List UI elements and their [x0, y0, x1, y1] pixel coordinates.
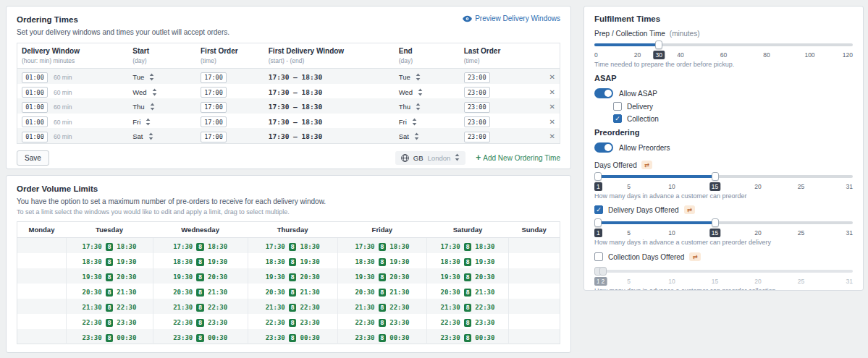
volume-slot-cell[interactable]: 20:30821:30 — [337, 284, 427, 299]
slot-limit-badge: 8 — [196, 304, 204, 312]
delivery-days-slider[interactable]: 151015202531 — [594, 218, 853, 238]
ordering-save-button[interactable]: Save — [17, 150, 49, 166]
checkbox-icon[interactable]: ✓ — [613, 114, 622, 123]
volume-slot-cell[interactable]: 21:30822:30 — [337, 299, 427, 314]
delivery-days-offered-checkbox[interactable]: ✓ Delivery Days Offered ⇄ — [594, 205, 853, 214]
duration-input[interactable] — [22, 87, 48, 98]
volume-slot-cell[interactable]: 22:30823:30 — [248, 314, 337, 329]
volume-slot-cell[interactable]: 18:30819:30 — [248, 253, 337, 268]
volume-slot-cell[interactable]: 21:30822:30 — [153, 299, 248, 314]
duration-input[interactable] — [22, 132, 48, 142]
slot-limit-badge: 8 — [464, 258, 472, 266]
slider-handle[interactable] — [594, 172, 602, 181]
slider-track[interactable] — [594, 172, 853, 181]
slider-handle[interactable] — [655, 41, 662, 49]
volume-slot-cell[interactable]: 19:30820:30 — [153, 268, 248, 284]
volume-slot-cell[interactable]: 20:30821:30 — [153, 284, 248, 299]
ordering-row: 60 minSat 17:30 – 18:30Sat ✕ — [17, 128, 560, 143]
start-day-select[interactable]: Tue — [132, 73, 154, 81]
checkbox-icon[interactable]: ✓ — [594, 205, 603, 214]
volume-slot-cell[interactable]: 22:30823:30 — [66, 314, 153, 329]
volume-slot-cell[interactable]: 17:30818:30 — [427, 238, 509, 253]
volume-slot-cell[interactable]: 22:30823:30 — [337, 314, 427, 329]
start-day-select[interactable]: Thu — [132, 103, 154, 111]
first-order-input[interactable] — [201, 102, 227, 113]
slider-handle[interactable] — [712, 218, 719, 227]
days-offered-slider[interactable]: 151015202531 — [594, 172, 853, 192]
volume-slot-cell[interactable]: 17:30818:30 — [153, 238, 248, 253]
last-order-input[interactable] — [464, 132, 490, 142]
volume-slot-cell[interactable]: 18:30819:30 — [66, 253, 153, 268]
remove-row-button[interactable]: ✕ — [549, 89, 555, 96]
asap-collection-checkbox[interactable]: ✓ Collection — [613, 114, 853, 123]
fulfilment-times-panel: Fulfilment Times Prep / Collection Time … — [583, 6, 864, 291]
ordering-row: 60 minWed 17:30 – 18:30Wed ✕ — [17, 84, 560, 99]
first-order-input[interactable] — [201, 132, 227, 142]
volume-slot-cell[interactable]: 17:30818:30 — [66, 238, 153, 253]
volume-slot-cell[interactable]: 17:30818:30 — [248, 238, 337, 253]
volume-slot-cell[interactable]: 22:30823:30 — [153, 314, 248, 329]
preview-delivery-windows-link[interactable]: Preview Delivery Windows — [463, 14, 560, 22]
duration-input[interactable] — [22, 72, 48, 83]
slider-handle[interactable] — [712, 172, 719, 181]
volume-slot-cell[interactable]: 23:30800:30 — [248, 329, 337, 344]
volume-slot-cell[interactable]: 23:30800:30 — [66, 329, 153, 344]
duration-input[interactable] — [22, 102, 48, 113]
volume-slot-cell[interactable]: 18:30819:30 — [153, 253, 248, 268]
volume-slot-cell[interactable]: 22:30823:30 — [427, 314, 509, 329]
volume-slot-cell[interactable]: 19:30820:30 — [66, 268, 153, 284]
volume-slot-cell[interactable]: 20:30821:30 — [66, 284, 153, 299]
end-day-select[interactable]: Wed — [399, 88, 423, 96]
volume-slot-cell[interactable]: 19:30820:30 — [248, 268, 337, 284]
asap-delivery-checkbox[interactable]: Delivery — [613, 102, 853, 111]
start-day-select[interactable]: Wed — [132, 88, 156, 96]
collection-days-offered-checkbox[interactable]: Collection Days Offered ⇄ — [594, 252, 853, 261]
remove-row-button[interactable]: ✕ — [549, 74, 555, 81]
remove-row-button[interactable]: ✕ — [549, 119, 555, 126]
slider-handle[interactable] — [594, 218, 602, 227]
first-order-input[interactable] — [201, 116, 227, 127]
volume-slot-cell[interactable]: 21:30822:30 — [248, 299, 337, 314]
slider-track[interactable] — [594, 41, 853, 49]
end-day-select[interactable]: Thu — [399, 103, 421, 111]
volume-slot-cell[interactable]: 21:30822:30 — [427, 299, 509, 314]
volume-slot-cell[interactable]: 17:30818:30 — [337, 238, 427, 253]
checkbox-icon[interactable] — [594, 252, 603, 261]
last-order-input[interactable] — [464, 72, 490, 83]
volume-slot-cell[interactable]: 23:30800:30 — [337, 329, 427, 344]
slider-track[interactable] — [594, 218, 853, 227]
last-order-input[interactable] — [464, 87, 490, 98]
end-day-select[interactable]: Fri — [399, 118, 417, 126]
volume-slot-cell[interactable]: 19:30820:30 — [337, 268, 427, 284]
prep-time-slider[interactable]: 02030406080100120 — [594, 41, 853, 60]
volume-slot-cell[interactable]: 20:30821:30 — [427, 284, 509, 299]
start-day-select[interactable]: Fri — [132, 118, 151, 126]
last-order-input[interactable] — [464, 102, 490, 113]
volume-slot-cell[interactable]: 21:30822:30 — [66, 299, 153, 314]
slot-end-time: 23:30 — [208, 319, 227, 326]
toggle-switch-icon[interactable] — [594, 142, 613, 153]
volume-slot-cell[interactable]: 23:30800:30 — [427, 329, 509, 344]
last-order-input[interactable] — [464, 116, 490, 127]
volume-slot-cell[interactable]: 18:30819:30 — [427, 253, 509, 268]
end-day-select[interactable]: Sat — [399, 132, 419, 140]
checkbox-icon[interactable] — [613, 102, 622, 111]
first-order-input[interactable] — [201, 87, 227, 98]
remove-row-button[interactable]: ✕ — [549, 103, 555, 111]
first-order-input[interactable] — [201, 72, 227, 83]
end-day-select[interactable]: Tue — [399, 73, 421, 81]
volume-slot-cell[interactable]: 19:30820:30 — [427, 268, 509, 284]
volume-slot-cell[interactable]: 23:30800:30 — [153, 329, 248, 344]
duration-input[interactable] — [22, 116, 48, 127]
ordering-times-panel: Ordering Times Preview Delivery Windows … — [6, 6, 571, 169]
volume-slot-cell[interactable]: 18:30819:30 — [337, 253, 427, 268]
allow-preorders-toggle[interactable]: Allow Preorders — [594, 142, 853, 153]
volume-slot-cell[interactable]: 20:30821:30 — [248, 284, 337, 299]
add-ordering-time-link[interactable]: + Add New Ordering Time — [476, 154, 560, 162]
remove-row-button[interactable]: ✕ — [549, 133, 555, 140]
timezone-select[interactable]: GB London — [395, 151, 465, 165]
allow-asap-toggle[interactable]: Allow ASAP — [594, 88, 853, 98]
delivery-window-cell: 60 min — [17, 114, 129, 129]
toggle-switch-icon[interactable] — [594, 88, 613, 98]
start-day-select[interactable]: Sat — [132, 132, 153, 140]
